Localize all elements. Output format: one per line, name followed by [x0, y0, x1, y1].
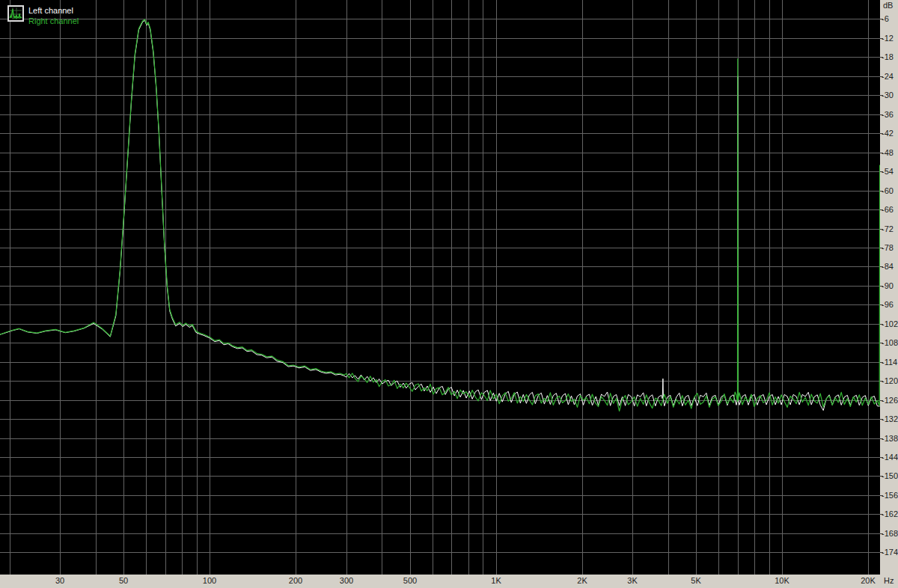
spectrum-thumbnail-icon[interactable]	[7, 5, 24, 22]
y-axis-tick-label: -156	[882, 491, 898, 500]
y-axis-tick-label: -42	[882, 129, 894, 138]
y-axis-tick-label: -6	[882, 14, 889, 23]
y-axis-tick-label: -132	[882, 414, 898, 423]
y-axis-unit-label: dB	[883, 1, 893, 10]
x-axis-tick-label: 500	[403, 576, 417, 585]
y-axis-tick-label: -144	[882, 453, 898, 462]
x-axis-tick-label: 5K	[691, 576, 700, 585]
legend: Left channel Right channel	[7, 5, 79, 26]
legend-left-channel-label: Left channel	[28, 5, 79, 16]
y-axis-tick-label: -78	[882, 243, 894, 252]
y-axis-tick-label: -96	[882, 300, 894, 309]
y-axis-tick-label: -168	[882, 529, 898, 538]
y-axis-tick-label: -72	[882, 224, 894, 233]
x-axis-tick-label: 2K	[577, 576, 587, 585]
x-axis-unit-label: Hz	[884, 576, 894, 585]
y-axis-tick-label: -90	[882, 281, 894, 290]
y-axis-tick-label: -66	[882, 205, 894, 214]
x-axis-tick-label: 3K	[627, 576, 637, 585]
y-axis-tick-label: -120	[882, 376, 898, 385]
y-axis-tick-label: -102	[882, 319, 898, 328]
y-axis-tick-label: -174	[882, 548, 898, 557]
x-axis-tick-label: 10K	[775, 576, 789, 585]
y-axis-tick-label: -126	[882, 396, 898, 405]
plot-area	[0, 0, 880, 575]
x-axis-tick-label: 200	[289, 576, 302, 585]
spectrum-analyzer-window: Left channel Right channel dB Hz -6-12-1…	[0, 0, 898, 588]
y-axis-tick-label: -36	[882, 110, 894, 119]
x-axis-strip: 30501002003005001K2K3K5K10K20K	[0, 575, 880, 588]
y-axis-tick-label: -138	[882, 434, 898, 443]
y-axis-tick-label: -48	[882, 148, 894, 157]
x-axis-tick-label: 20K	[861, 576, 876, 585]
y-axis-tick-label: -162	[882, 509, 898, 518]
x-axis-tick-label: 50	[119, 576, 128, 585]
y-axis-tick-label: -60	[882, 186, 894, 195]
y-axis-strip: dB Hz -6-12-18-24-30-36-42-48-54-60-66-7…	[880, 0, 898, 588]
x-axis-tick-label: 300	[340, 576, 353, 585]
y-axis-tick-label: -12	[882, 34, 894, 43]
y-axis-tick-label: -54	[882, 167, 894, 176]
y-axis-tick-label: -108	[882, 338, 898, 347]
y-axis-tick-label: -150	[882, 471, 898, 480]
y-axis-tick-label: -114	[882, 358, 897, 367]
y-axis-tick-label: -30	[882, 91, 894, 99]
x-axis-tick-label: 1K	[491, 576, 501, 585]
y-axis-tick-label: -18	[882, 52, 894, 61]
legend-right-channel-label: Right channel	[28, 16, 79, 26]
x-axis-tick-label: 30	[55, 576, 64, 585]
plot-canvas	[0, 0, 880, 575]
y-axis-tick-label: -24	[882, 72, 894, 81]
y-axis-tick-label: -84	[882, 262, 894, 271]
x-axis-tick-label: 100	[203, 576, 216, 585]
right-channel-trace	[0, 19, 880, 411]
left-channel-trace	[0, 20, 880, 410]
